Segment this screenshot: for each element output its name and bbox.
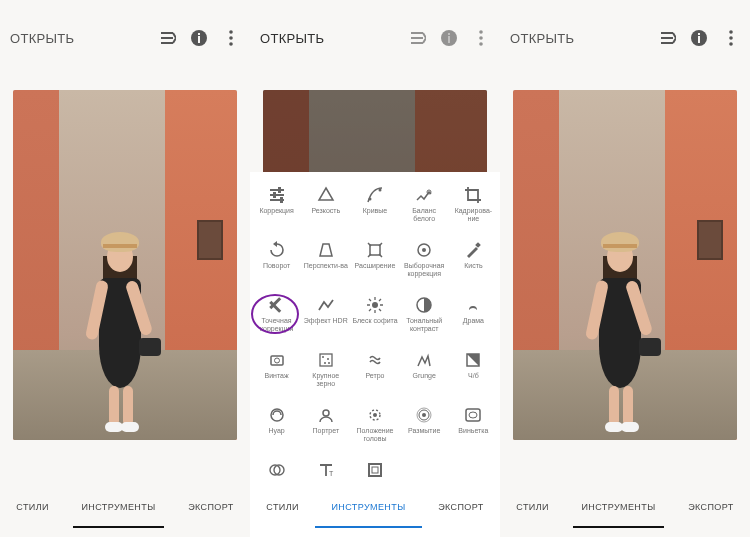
info-icon[interactable] bbox=[690, 29, 708, 47]
tab-export[interactable]: ЭКСПОРТ bbox=[434, 496, 487, 518]
tool-perspective[interactable]: Перспекти-ва bbox=[301, 235, 350, 290]
drama-icon bbox=[464, 296, 482, 314]
tool-label: Тональный контраст bbox=[401, 317, 447, 332]
frames-icon bbox=[366, 461, 384, 477]
layers-icon[interactable] bbox=[658, 29, 676, 47]
tool-label: Расширение bbox=[355, 262, 396, 270]
bottom-tabs: СТИЛИ ИНСТРУМЕНТЫ ЭКСПОРТ bbox=[0, 477, 250, 537]
more-icon[interactable] bbox=[722, 29, 740, 47]
tool-hdr[interactable]: Эффект HDR bbox=[301, 290, 350, 345]
tool-label: Коррекция bbox=[259, 207, 293, 215]
bottom-tabs: СТИЛИ ИНСТРУМЕНТЫ ЭКСПОРТ bbox=[500, 477, 750, 537]
screen-2: ОТКРЫТЬ КоррекцияРезкостьКривыеБаланс бе… bbox=[250, 0, 500, 537]
tab-tools[interactable]: ИНСТРУМЕНТЫ bbox=[77, 496, 159, 518]
tab-export[interactable]: ЭКСПОРТ bbox=[684, 496, 737, 518]
tool-bw[interactable]: Ч/б bbox=[449, 345, 498, 400]
tool-label: Размытие bbox=[408, 427, 440, 435]
doubleexp-icon bbox=[268, 461, 286, 477]
image-canvas[interactable] bbox=[500, 76, 750, 477]
grunge-icon bbox=[415, 351, 433, 369]
healing-icon bbox=[268, 296, 286, 314]
tool-label: Кадрирова-ние bbox=[450, 207, 496, 222]
tab-styles[interactable]: СТИЛИ bbox=[262, 496, 303, 518]
expand-icon bbox=[366, 241, 384, 259]
tab-tools[interactable]: ИНСТРУМЕНТЫ bbox=[577, 496, 659, 518]
tool-grunge[interactable]: Grunge bbox=[400, 345, 449, 400]
brush-icon bbox=[464, 241, 482, 259]
tool-vintage[interactable]: Винтаж bbox=[252, 345, 301, 400]
open-button[interactable]: ОТКРЫТЬ bbox=[260, 31, 324, 46]
selective-icon bbox=[415, 241, 433, 259]
tool-label: Точечная коррекция bbox=[254, 317, 300, 332]
hdr-icon bbox=[317, 296, 335, 314]
info-icon[interactable] bbox=[190, 29, 208, 47]
tool-tune[interactable]: Коррекция bbox=[252, 180, 301, 235]
noir-icon bbox=[268, 406, 286, 424]
tool-text[interactable]: Текст bbox=[301, 455, 350, 477]
tool-brush[interactable]: Кисть bbox=[449, 235, 498, 290]
tool-whitebalance[interactable]: Баланс белого bbox=[400, 180, 449, 235]
more-icon[interactable] bbox=[222, 29, 240, 47]
layers-icon[interactable] bbox=[158, 29, 176, 47]
tool-selective[interactable]: Выборочная коррекция bbox=[400, 235, 449, 290]
curves-icon bbox=[366, 186, 384, 204]
crop-icon bbox=[464, 186, 482, 204]
whitebalance-icon bbox=[415, 186, 433, 204]
tool-rotate[interactable]: Поворот bbox=[252, 235, 301, 290]
tool-glamour[interactable]: Блеск софита bbox=[350, 290, 399, 345]
portrait-icon bbox=[317, 406, 335, 424]
tab-export[interactable]: ЭКСПОРТ bbox=[184, 496, 237, 518]
glamour-icon bbox=[366, 296, 384, 314]
grainy-icon bbox=[317, 351, 335, 369]
bw-icon bbox=[464, 351, 482, 369]
tool-label: Крупное зерно bbox=[303, 372, 349, 387]
bottom-tabs: СТИЛИ ИНСТРУМЕНТЫ ЭКСПОРТ bbox=[250, 477, 500, 537]
tool-expand[interactable]: Расширение bbox=[350, 235, 399, 290]
tool-label: Перспекти-ва bbox=[304, 262, 348, 270]
tool-drama[interactable]: Драма bbox=[449, 290, 498, 345]
image-canvas[interactable] bbox=[0, 76, 250, 477]
tool-details[interactable]: Резкость bbox=[301, 180, 350, 235]
tool-label: Баланс белого bbox=[401, 207, 447, 222]
tool-tonal[interactable]: Тональный контраст bbox=[400, 290, 449, 345]
tool-healing[interactable]: Точечная коррекция bbox=[252, 290, 301, 345]
text-icon bbox=[317, 461, 335, 477]
layers-icon[interactable] bbox=[408, 29, 426, 47]
tool-label: Выборочная коррекция bbox=[401, 262, 447, 277]
tool-noir[interactable]: Нуар bbox=[252, 400, 301, 455]
details-icon bbox=[317, 186, 335, 204]
tool-label: Эффект HDR bbox=[304, 317, 348, 325]
screen-3: ОТКРЫТЬ СТИЛИ ИНСТРУМЕНТЫ ЭКСПОРТ bbox=[500, 0, 750, 537]
tool-frames[interactable]: Рамки bbox=[350, 455, 399, 477]
tonal-icon bbox=[415, 296, 433, 314]
vintage-icon bbox=[268, 351, 286, 369]
tab-tools[interactable]: ИНСТРУМЕНТЫ bbox=[327, 496, 409, 518]
tool-doubleexp[interactable]: Двойная экспозиция bbox=[252, 455, 301, 477]
tool-label: Ч/б bbox=[468, 372, 479, 380]
tool-lensblur[interactable]: Размытие bbox=[400, 400, 449, 455]
tool-grainy[interactable]: Крупное зерно bbox=[301, 345, 350, 400]
tab-styles[interactable]: СТИЛИ bbox=[12, 496, 53, 518]
tool-label: Резкость bbox=[311, 207, 340, 215]
tool-label: Положение головы bbox=[352, 427, 398, 442]
tool-retrolux[interactable]: Ретро bbox=[350, 345, 399, 400]
vignette-icon bbox=[464, 406, 482, 424]
tool-label: Нуар bbox=[268, 427, 284, 435]
tool-crop[interactable]: Кадрирова-ние bbox=[449, 180, 498, 235]
tool-vignette[interactable]: Виньетка bbox=[449, 400, 498, 455]
rotate-icon bbox=[268, 241, 286, 259]
tool-label: Драма bbox=[463, 317, 484, 325]
tool-curves[interactable]: Кривые bbox=[350, 180, 399, 235]
tool-label: Портрет bbox=[312, 427, 339, 435]
tool-headpose[interactable]: Положение головы bbox=[350, 400, 399, 455]
open-button[interactable]: ОТКРЫТЬ bbox=[10, 31, 74, 46]
headpose-icon bbox=[366, 406, 384, 424]
tool-label: Кисть bbox=[464, 262, 482, 270]
open-button[interactable]: ОТКРЫТЬ bbox=[510, 31, 574, 46]
more-icon[interactable] bbox=[472, 29, 490, 47]
top-bar: ОТКРЫТЬ bbox=[500, 0, 750, 76]
tab-styles[interactable]: СТИЛИ bbox=[512, 496, 553, 518]
info-icon[interactable] bbox=[440, 29, 458, 47]
photo-preview bbox=[13, 90, 237, 440]
tool-portrait[interactable]: Портрет bbox=[301, 400, 350, 455]
